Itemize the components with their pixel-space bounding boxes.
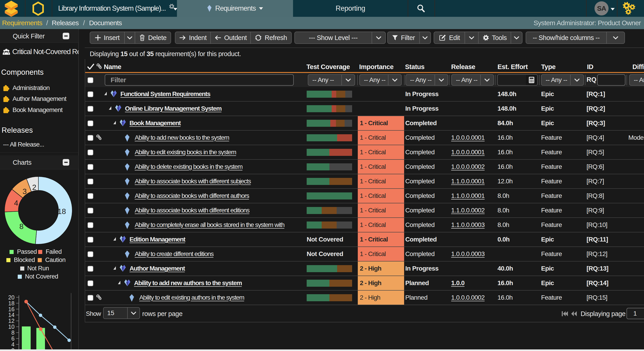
svg-text:8: 8 xyxy=(11,330,14,336)
svg-text:12: 12 xyxy=(8,318,14,324)
svg-text:10: 10 xyxy=(8,324,14,330)
svg-text:18: 18 xyxy=(8,300,14,306)
svg-text:4: 4 xyxy=(11,341,14,348)
svg-text:2: 2 xyxy=(11,347,14,350)
svg-text:14: 14 xyxy=(8,312,14,318)
svg-text:20: 20 xyxy=(8,294,14,300)
svg-text:6: 6 xyxy=(11,335,14,342)
svg-text:16: 16 xyxy=(8,306,14,312)
